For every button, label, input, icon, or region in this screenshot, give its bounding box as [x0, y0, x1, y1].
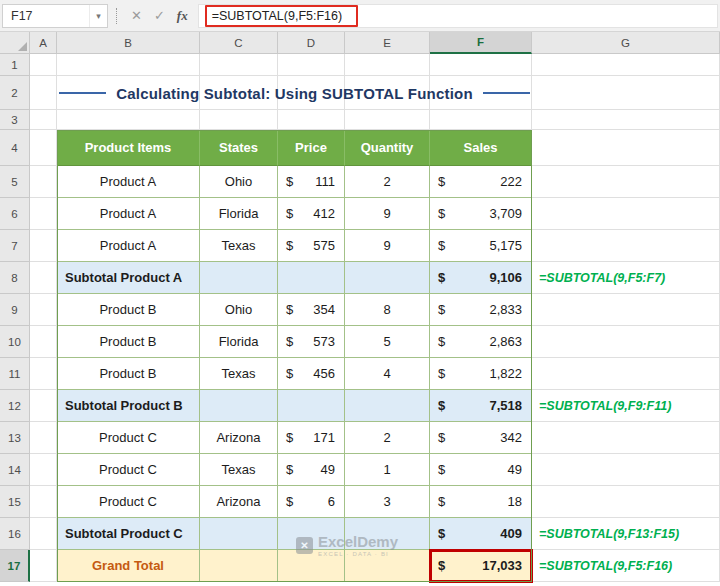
product-cell[interactable]: Product B	[57, 294, 200, 326]
cell[interactable]	[30, 550, 57, 582]
price-cell[interactable]: $111	[278, 166, 345, 198]
name-box-dropdown-icon[interactable]: ▾	[89, 5, 107, 27]
product-cell[interactable]: Product A	[57, 230, 200, 262]
state-cell[interactable]: Florida	[200, 198, 278, 230]
state-cell[interactable]: Texas	[200, 358, 278, 390]
price-cell[interactable]: $49	[278, 454, 345, 486]
row-header-8[interactable]: 8	[0, 262, 30, 294]
cell[interactable]	[30, 422, 57, 454]
column-header-A[interactable]: A	[30, 32, 57, 54]
product-cell[interactable]: Product C	[57, 422, 200, 454]
sales-total-cell[interactable]: $17,033	[430, 550, 532, 582]
row-header-14[interactable]: 14	[0, 454, 30, 486]
cell[interactable]	[345, 54, 430, 76]
cell[interactable]	[278, 54, 345, 76]
cell[interactable]	[532, 198, 720, 230]
row-header-10[interactable]: 10	[0, 326, 30, 358]
row-header-12[interactable]: 12	[0, 390, 30, 422]
state-cell[interactable]: Ohio	[200, 166, 278, 198]
product-cell[interactable]: Product A	[57, 198, 200, 230]
price-cell[interactable]: $456	[278, 358, 345, 390]
cell[interactable]	[30, 230, 57, 262]
product-cell[interactable]: Product B	[57, 358, 200, 390]
cell[interactable]	[532, 130, 720, 166]
subtotal-label-cell[interactable]: Subtotal Product C	[57, 518, 200, 550]
cell[interactable]	[200, 110, 278, 130]
product-cell[interactable]: Product C	[57, 454, 200, 486]
row-header-11[interactable]: 11	[0, 358, 30, 390]
cell[interactable]	[430, 110, 532, 130]
cell[interactable]	[532, 326, 720, 358]
sales-cell[interactable]: $5,175	[430, 230, 532, 262]
row-header-5[interactable]: 5	[0, 166, 30, 198]
column-header-F[interactable]: F	[430, 32, 532, 54]
cell[interactable]	[30, 486, 57, 518]
cell[interactable]	[532, 294, 720, 326]
cell[interactable]	[430, 54, 532, 76]
table-header-sales[interactable]: Sales	[430, 130, 532, 166]
state-cell[interactable]: Arizona	[200, 422, 278, 454]
quantity-cell[interactable]: 4	[345, 358, 430, 390]
price-cell[interactable]: $6	[278, 486, 345, 518]
row-header-2[interactable]: 2	[0, 76, 30, 110]
quantity-cell[interactable]: 5	[345, 326, 430, 358]
column-header-B[interactable]: B	[57, 32, 200, 54]
cell[interactable]	[30, 54, 57, 76]
grand-total-label-cell[interactable]: Grand Total	[57, 550, 200, 582]
column-header-C[interactable]: C	[200, 32, 278, 54]
cell[interactable]	[345, 110, 430, 130]
cell[interactable]	[30, 358, 57, 390]
column-header-E[interactable]: E	[345, 32, 430, 54]
cell[interactable]	[200, 54, 278, 76]
price-cell[interactable]: $575	[278, 230, 345, 262]
empty-cell[interactable]	[200, 550, 278, 582]
sales-cell[interactable]: $342	[430, 422, 532, 454]
cell[interactable]	[30, 130, 57, 166]
quantity-cell[interactable]: 2	[345, 422, 430, 454]
row-header-7[interactable]: 7	[0, 230, 30, 262]
row-header-17[interactable]: 17	[0, 550, 30, 582]
quantity-cell[interactable]: 2	[345, 166, 430, 198]
column-header-D[interactable]: D	[278, 32, 345, 54]
sales-cell[interactable]: $222	[430, 166, 532, 198]
table-header-states[interactable]: States	[200, 130, 278, 166]
enter-icon[interactable]: ✓	[148, 8, 171, 23]
cell[interactable]	[532, 422, 720, 454]
row-header-13[interactable]: 13	[0, 422, 30, 454]
row-header-9[interactable]: 9	[0, 294, 30, 326]
cell[interactable]	[532, 358, 720, 390]
sales-cell[interactable]: $2,833	[430, 294, 532, 326]
cell[interactable]	[532, 54, 720, 76]
cell[interactable]	[30, 262, 57, 294]
cell[interactable]	[30, 294, 57, 326]
row-header-1[interactable]: 1	[0, 54, 30, 76]
state-cell[interactable]: Texas	[200, 230, 278, 262]
empty-cell[interactable]	[278, 390, 345, 422]
cell[interactable]	[278, 110, 345, 130]
cell[interactable]	[30, 454, 57, 486]
sales-cell[interactable]: $49	[430, 454, 532, 486]
select-all-corner[interactable]	[0, 32, 30, 54]
table-header-quantity[interactable]: Quantity	[345, 130, 430, 166]
quantity-cell[interactable]: 1	[345, 454, 430, 486]
quantity-cell[interactable]: 3	[345, 486, 430, 518]
empty-cell[interactable]	[345, 262, 430, 294]
subtotal-label-cell[interactable]: Subtotal Product B	[57, 390, 200, 422]
table-header-price[interactable]: Price	[278, 130, 345, 166]
name-box[interactable]: F17 ▾	[2, 4, 108, 28]
table-header-product-items[interactable]: Product Items	[57, 130, 200, 166]
row-header-15[interactable]: 15	[0, 486, 30, 518]
empty-cell[interactable]	[278, 262, 345, 294]
price-cell[interactable]: $354	[278, 294, 345, 326]
sales-cell[interactable]: $18	[430, 486, 532, 518]
sales-total-cell[interactable]: $7,518	[430, 390, 532, 422]
cell[interactable]	[532, 110, 720, 130]
state-cell[interactable]: Arizona	[200, 486, 278, 518]
cell[interactable]	[532, 230, 720, 262]
sales-cell[interactable]: $3,709	[430, 198, 532, 230]
price-cell[interactable]: $412	[278, 198, 345, 230]
product-cell[interactable]: Product A	[57, 166, 200, 198]
insert-function-icon[interactable]: fx	[171, 8, 194, 24]
quantity-cell[interactable]: 9	[345, 230, 430, 262]
cell[interactable]	[532, 166, 720, 198]
